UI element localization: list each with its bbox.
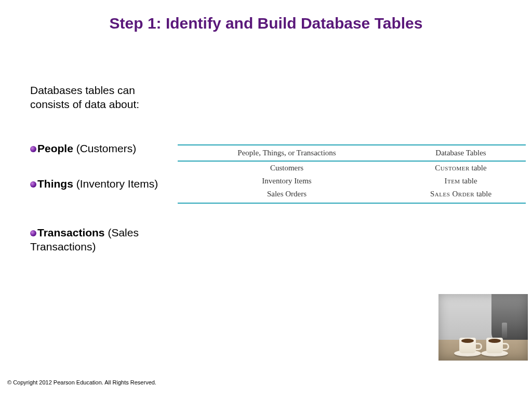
table-body: Customers Customer table Inventory Items… — [178, 162, 526, 204]
bullet-bold: People — [37, 142, 73, 154]
table-row: Sales Orders Sales Order table — [178, 188, 526, 201]
bullet-rest: (Customers) — [73, 142, 136, 154]
slide-title: Step 1: Identify and Build Database Tabl… — [0, 15, 532, 32]
table-row: Inventory Items Item table — [178, 175, 526, 188]
table-cell-left: Customers — [178, 162, 396, 175]
copyright-text: © Copyright 2012 Pearson Education. All … — [7, 379, 156, 385]
bullet-rest: (Inventory Items) — [73, 178, 158, 190]
bullet-transactions: Transactions (Sales Transactions) — [30, 225, 165, 254]
coffee-photo — [438, 294, 528, 361]
bullet-things: Things (Inventory Items) — [30, 177, 165, 191]
bullet-icon — [30, 230, 36, 236]
bullet-bold: Things — [37, 178, 73, 190]
table-cell-right: Sales Order table — [396, 188, 526, 201]
table-cell-right: Customer table — [396, 162, 526, 175]
table-header-col1: People, Things, or Transactions — [178, 145, 396, 161]
table-row: Customers Customer table — [178, 162, 526, 175]
table-header-row: People, Things, or Transactions Database… — [178, 144, 526, 162]
table-cell-left: Inventory Items — [178, 175, 396, 188]
table-cell-right: Item table — [396, 175, 526, 188]
table-header-col2: Database Tables — [396, 145, 526, 161]
intro-text: Databases tables can consists of data ab… — [30, 83, 165, 112]
table-cell-left: Sales Orders — [178, 188, 396, 201]
bullet-bold: Transactions — [37, 227, 105, 238]
mapping-table: People, Things, or Transactions Database… — [178, 144, 526, 204]
bullet-people: People (Customers) — [30, 141, 165, 155]
bullet-icon — [30, 181, 36, 188]
bullet-icon — [30, 146, 36, 152]
